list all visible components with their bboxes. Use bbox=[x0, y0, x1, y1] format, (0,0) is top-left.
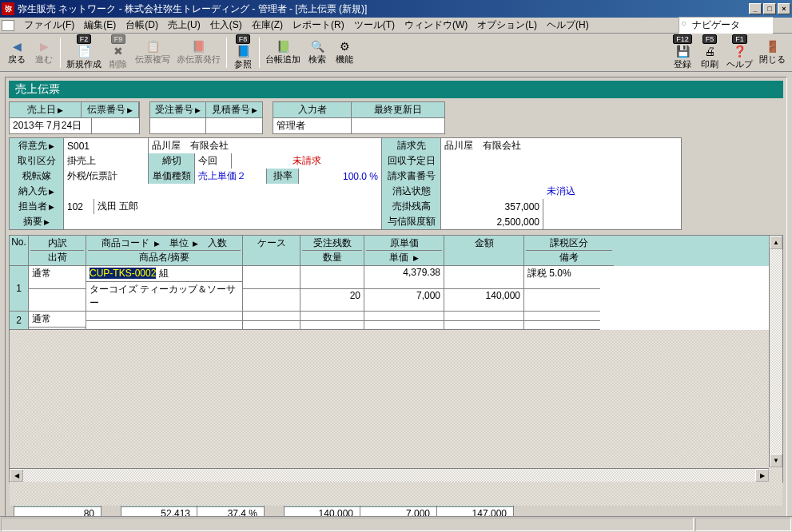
vertical-scrollbar[interactable]: ▲ ▼ bbox=[769, 236, 782, 467]
order-no-value[interactable] bbox=[150, 118, 206, 133]
col-case: ケース bbox=[243, 236, 300, 266]
collect-date-value[interactable] bbox=[441, 153, 681, 169]
ledger-add-button[interactable]: 📗台帳追加 bbox=[262, 38, 304, 66]
search-button[interactable]: 🔍検索 bbox=[304, 38, 331, 66]
sale-date-value[interactable]: 2013年 7月24日 bbox=[10, 118, 92, 133]
help-icon: ❓ bbox=[732, 44, 748, 58]
trade-type-value[interactable]: 掛売上 bbox=[64, 153, 149, 169]
deliver-label: 納入先▶ bbox=[10, 184, 64, 199]
scroll-up-icon[interactable]: ▲ bbox=[770, 236, 782, 249]
navigator-label: ナビゲータ bbox=[692, 19, 740, 30]
input-by-value: 管理者 bbox=[273, 118, 352, 133]
save-icon: 💾 bbox=[675, 44, 691, 58]
quote-no-value[interactable] bbox=[206, 118, 262, 133]
register-button[interactable]: F12💾登録 bbox=[669, 34, 696, 71]
scroll-down-icon[interactable]: ▼ bbox=[770, 454, 782, 467]
due-label: 締切 bbox=[149, 153, 195, 169]
rate-value[interactable]: 100.0 % bbox=[299, 169, 382, 184]
scroll-right-icon[interactable]: ▶ bbox=[755, 469, 769, 482]
rep-code[interactable]: 102 bbox=[64, 199, 94, 214]
col-detail-ship: 内訳出荷 bbox=[29, 236, 86, 266]
menu-ledger[interactable]: 台帳(D) bbox=[121, 18, 163, 33]
unbilled-badge: 未請求 bbox=[232, 153, 382, 169]
statusbar bbox=[0, 516, 792, 532]
close-button[interactable]: 🚪閉じる bbox=[756, 38, 789, 66]
menu-tool[interactable]: ツール(T) bbox=[349, 18, 400, 33]
maximize-button[interactable]: □ bbox=[763, 3, 776, 14]
doc-icon bbox=[2, 20, 14, 31]
credit-label: 与信限度額 bbox=[382, 214, 441, 229]
reference-button[interactable]: F8📘参照 bbox=[229, 34, 257, 71]
table-row[interactable]: 1 通常 CUP-TKS-0002 組ターコイズ ティーカップ＆ソーサー 20 … bbox=[10, 266, 782, 312]
col-tax-remark: 課税区分備考 bbox=[524, 236, 614, 266]
bill-to-value: 品川屋 有限会社 bbox=[441, 138, 681, 153]
scroll-left-icon[interactable]: ◀ bbox=[10, 469, 23, 482]
bill-to-label: 請求先 bbox=[382, 138, 441, 153]
clear-state-label: 消込状態 bbox=[382, 184, 441, 199]
bill-no-label: 請求書番号 bbox=[382, 169, 441, 184]
forward-button[interactable]: ▶進む bbox=[30, 38, 58, 66]
collect-date-label: 回収予定日 bbox=[382, 153, 441, 169]
section-title: 売上伝票 bbox=[9, 81, 783, 98]
menu-report[interactable]: レポート(R) bbox=[288, 18, 349, 33]
receivable-label: 売掛残高 bbox=[382, 199, 441, 214]
back-button[interactable]: ◀戻る bbox=[3, 38, 30, 66]
reference-icon: 📘 bbox=[235, 44, 251, 58]
app-icon: 弥 bbox=[2, 2, 14, 15]
menu-option[interactable]: オプション(L) bbox=[472, 18, 542, 33]
menu-edit[interactable]: 編集(E) bbox=[79, 18, 121, 33]
receivable-value: 357,000 bbox=[441, 199, 543, 214]
rep-name[interactable]: 浅田 五郎 bbox=[94, 199, 382, 214]
forward-icon: ▶ bbox=[36, 39, 52, 54]
customer-label: 得意先▶ bbox=[10, 138, 64, 153]
new-button[interactable]: F2📄新規作成 bbox=[63, 34, 105, 71]
delete-button[interactable]: F9✖削除 bbox=[105, 34, 132, 71]
horizontal-scrollbar[interactable]: ◀ ▶ bbox=[10, 468, 769, 482]
sale-date-label: 売上日▶ bbox=[10, 102, 82, 117]
menu-sales[interactable]: 売上(U) bbox=[163, 18, 205, 33]
credit-value: 2,500,000 bbox=[441, 214, 543, 229]
price-type-label: 単価種類 bbox=[149, 169, 195, 184]
deliver-value[interactable] bbox=[64, 184, 382, 199]
memo-value[interactable] bbox=[64, 214, 382, 229]
trade-type-label: 取引区分 bbox=[10, 153, 64, 169]
menu-file[interactable]: ファイル(F) bbox=[19, 18, 79, 33]
tax-shift-label: 税転嫁 bbox=[10, 169, 64, 184]
clear-state-value: 未消込 bbox=[441, 184, 681, 199]
customer-code[interactable]: S001 bbox=[64, 138, 149, 153]
col-remain-qty: 受注残数数量 bbox=[300, 236, 364, 266]
func-button[interactable]: ⚙機能 bbox=[331, 38, 358, 66]
table-row[interactable]: 2 通常 bbox=[10, 312, 782, 330]
col-cost-price: 原単価単価 ▶ bbox=[364, 236, 444, 266]
col-amount: 金額 bbox=[444, 236, 524, 266]
close-window-button[interactable]: × bbox=[778, 3, 790, 14]
line-items-grid: No. 内訳出荷 商品コード ▶ 単位 ▶ 入数商品名/摘要 ケース 受注残数数… bbox=[9, 235, 783, 482]
window-title: 弥生販売 ネットワーク - 株式会社弥生トレーディング - 管理者 - [売上伝… bbox=[18, 2, 747, 16]
exit-icon: 🚪 bbox=[765, 39, 781, 54]
copy-slip-button[interactable]: 📋伝票複写 bbox=[132, 38, 173, 66]
menubar: ファイル(F) 編集(E) 台帳(D) 売上(U) 仕入(S) 在庫(Z) レポ… bbox=[0, 18, 792, 34]
slip-no-value[interactable] bbox=[92, 118, 139, 133]
menu-window[interactable]: ウィンドウ(W) bbox=[400, 18, 472, 33]
red-slip-icon: 📕 bbox=[191, 39, 207, 54]
quote-no-label: 見積番号▶ bbox=[206, 102, 262, 117]
customer-name[interactable]: 品川屋 有限会社 bbox=[149, 138, 382, 153]
red-slip-button[interactable]: 📕赤伝票発行 bbox=[173, 38, 224, 66]
new-icon: 📄 bbox=[76, 44, 92, 58]
minimize-button[interactable]: _ bbox=[749, 3, 762, 14]
search-icon: 🔍 bbox=[309, 39, 325, 54]
delete-icon: ✖ bbox=[110, 44, 126, 58]
due-value[interactable]: 今回 bbox=[195, 153, 232, 169]
menu-help[interactable]: ヘルプ(H) bbox=[542, 18, 594, 33]
print-button[interactable]: F5🖨印刷 bbox=[696, 34, 723, 71]
price-type-value[interactable]: 売上単価２ bbox=[195, 169, 267, 184]
menu-stock[interactable]: 在庫(Z) bbox=[247, 18, 288, 33]
menu-purchase[interactable]: 仕入(S) bbox=[205, 18, 247, 33]
tax-shift-value[interactable]: 外税/伝票計 bbox=[64, 169, 149, 184]
col-no: No. bbox=[10, 236, 29, 266]
help-button[interactable]: F1❓ヘルプ bbox=[723, 34, 756, 71]
navigator-box[interactable]: ナビゲータ bbox=[679, 17, 773, 34]
product-code-cell[interactable]: CUP-TKS-0002 bbox=[90, 268, 156, 279]
rep-label: 担当者▶ bbox=[10, 199, 64, 214]
print-icon: 🖨 bbox=[702, 44, 718, 58]
